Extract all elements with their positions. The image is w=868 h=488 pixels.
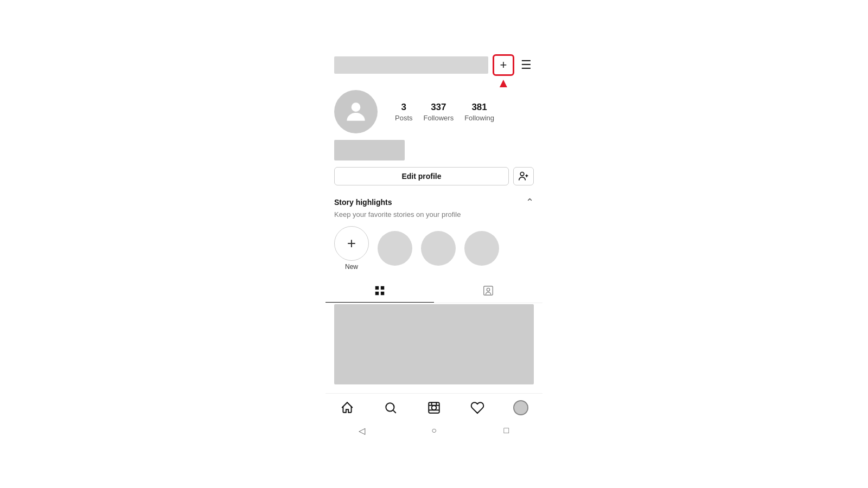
reels-icon — [427, 401, 441, 415]
add-person-icon — [518, 171, 529, 182]
system-nav: ◁ ○ □ — [326, 420, 542, 439]
svg-rect-12 — [429, 402, 439, 413]
name-bar — [334, 140, 405, 160]
highlight-circle-1 — [378, 231, 412, 266]
highlight-item-1[interactable] — [378, 231, 412, 266]
following-stat[interactable]: 381 Following — [464, 102, 494, 122]
posts-stat[interactable]: 3 Posts — [395, 102, 413, 122]
avatar — [334, 90, 378, 133]
buttons-row: Edit profile — [326, 167, 542, 192]
profile-nav-button[interactable] — [513, 400, 528, 415]
phone-container: + ▲ ☰ 3 Posts 337 Followers 381 Followin… — [326, 49, 542, 439]
highlight-item-2[interactable] — [421, 231, 456, 266]
highlight-circle-2 — [421, 231, 456, 266]
highlight-item-3[interactable] — [464, 231, 499, 266]
bottom-nav — [326, 393, 542, 420]
username-bar — [334, 56, 488, 74]
content-area — [334, 304, 534, 384]
back-button[interactable]: ◁ — [355, 424, 368, 437]
svg-line-11 — [393, 410, 396, 413]
svg-rect-6 — [375, 292, 379, 295]
search-nav-button[interactable] — [383, 400, 398, 415]
name-bar-container — [326, 138, 542, 167]
svg-point-9 — [487, 288, 490, 291]
svg-rect-8 — [484, 286, 493, 296]
tab-grid[interactable] — [326, 279, 434, 303]
svg-point-10 — [386, 403, 394, 411]
home-nav-button[interactable] — [340, 400, 355, 415]
add-post-button[interactable]: + ▲ — [493, 54, 514, 76]
highlights-circles: + New — [334, 226, 534, 271]
following-count: 381 — [471, 102, 487, 113]
plus-icon: + — [500, 58, 507, 72]
chevron-up-icon[interactable]: ⌃ — [526, 196, 534, 208]
highlights-title: Story highlights — [334, 198, 392, 207]
menu-button[interactable]: ☰ — [519, 56, 534, 74]
home-icon — [340, 401, 354, 415]
new-highlight-item: + New — [334, 226, 369, 271]
content-tabs — [326, 279, 542, 303]
recents-button[interactable]: □ — [500, 424, 513, 437]
highlights-subtitle: Keep your favorite stories on your profi… — [334, 210, 534, 219]
new-highlight-button[interactable]: + — [334, 226, 369, 261]
following-label: Following — [464, 114, 494, 122]
followers-label: Followers — [424, 114, 454, 122]
highlights-header: Story highlights ⌃ — [334, 196, 534, 208]
reels-nav-button[interactable] — [426, 400, 442, 415]
posts-label: Posts — [395, 114, 413, 122]
activity-nav-button[interactable] — [470, 400, 485, 415]
stats-section: 3 Posts 337 Followers 381 Following — [395, 102, 494, 122]
svg-point-13 — [432, 406, 437, 410]
highlight-circle-3 — [464, 231, 499, 266]
new-highlight-label: New — [334, 263, 369, 271]
add-friend-button[interactable] — [513, 167, 534, 185]
svg-rect-5 — [381, 286, 384, 290]
svg-rect-7 — [381, 292, 384, 295]
tab-tagged[interactable] — [434, 279, 542, 303]
profile-section: 3 Posts 337 Followers 381 Following — [326, 81, 542, 138]
followers-stat[interactable]: 337 Followers — [424, 102, 454, 122]
edit-profile-button[interactable]: Edit profile — [334, 167, 509, 185]
tagged-icon — [482, 285, 494, 297]
home-button[interactable]: ○ — [427, 424, 441, 437]
posts-count: 3 — [401, 102, 406, 113]
svg-rect-4 — [375, 286, 379, 290]
avatar-icon — [342, 98, 369, 125]
grid-icon — [374, 285, 386, 297]
svg-point-1 — [520, 172, 524, 176]
followers-count: 337 — [431, 102, 446, 113]
svg-point-0 — [352, 102, 361, 112]
header: + ▲ ☰ — [326, 49, 542, 81]
profile-avatar-small — [513, 400, 528, 415]
search-icon — [384, 401, 398, 415]
story-highlights-section: Story highlights ⌃ Keep your favorite st… — [326, 192, 542, 275]
heart-icon — [470, 401, 484, 415]
red-arrow-annotation: ▲ — [497, 76, 510, 89]
